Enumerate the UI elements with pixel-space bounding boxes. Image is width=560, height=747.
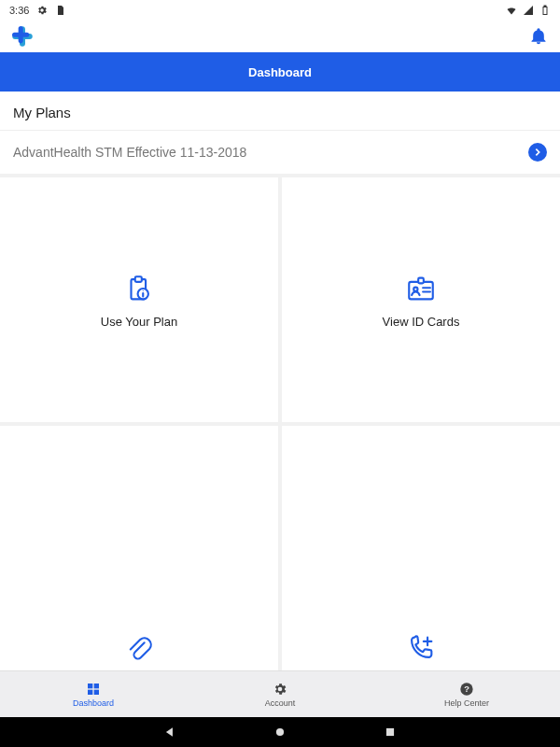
svg-rect-7 <box>409 281 433 298</box>
triangle-back-icon <box>163 726 176 739</box>
app-root: 3:36 <box>0 0 560 747</box>
sim-card-icon <box>55 5 66 16</box>
gear-icon <box>273 682 287 697</box>
bottom-nav: Dashboard Account ? Help Center <box>0 670 560 717</box>
page-title-banner: Dashboard <box>0 52 560 92</box>
svg-rect-15 <box>94 684 99 688</box>
nav-dashboard[interactable]: Dashboard <box>37 682 149 708</box>
card-label: View ID Cards <box>383 315 460 329</box>
battery-icon <box>539 5 551 16</box>
use-your-plan-card[interactable]: Use Your Plan <box>0 177 278 422</box>
id-card-icon <box>404 272 438 305</box>
app-bar <box>0 21 560 52</box>
svg-point-9 <box>413 287 417 290</box>
plan-row[interactable]: AdvantHealth STM Effective 11-13-2018 <box>0 131 560 177</box>
home-button[interactable] <box>272 724 288 740</box>
card-label: Use Your Plan <box>101 315 177 329</box>
circle-home-icon <box>273 726 287 739</box>
svg-text:?: ? <box>464 684 469 694</box>
svg-rect-16 <box>88 689 92 694</box>
view-id-cards-card[interactable]: View ID Cards <box>282 177 560 422</box>
wifi-icon <box>506 5 517 16</box>
add-call-card[interactable] <box>282 426 560 670</box>
svg-rect-21 <box>386 728 394 736</box>
grid-icon <box>86 682 101 697</box>
svg-point-20 <box>276 728 284 736</box>
status-left: 3:36 <box>9 5 66 16</box>
status-time: 3:36 <box>9 5 29 16</box>
nav-label: Account <box>265 698 296 708</box>
cards-grid: Use Your Plan View ID Cards <box>0 177 560 670</box>
svg-rect-17 <box>94 689 99 694</box>
status-bar: 3:36 <box>0 0 560 21</box>
nav-account[interactable]: Account <box>224 682 336 708</box>
notifications-button[interactable] <box>528 26 549 47</box>
svg-point-6 <box>143 289 144 290</box>
settings-gear-icon <box>36 5 48 16</box>
page-title: Dashboard <box>248 65 312 79</box>
svg-rect-8 <box>418 277 424 283</box>
bell-icon <box>529 27 548 46</box>
android-softkeys <box>0 717 560 747</box>
svg-rect-1 <box>544 6 546 7</box>
clipboard-info-icon <box>122 272 156 305</box>
svg-rect-3 <box>135 276 142 282</box>
attachments-card[interactable] <box>0 426 278 670</box>
paperclip-icon <box>122 631 156 665</box>
nav-help[interactable]: ? Help Center <box>411 682 523 708</box>
square-recents-icon <box>384 726 397 739</box>
chevron-right-icon <box>533 148 542 157</box>
svg-rect-14 <box>88 684 92 688</box>
help-icon: ? <box>459 682 474 697</box>
section-title: My Plans <box>0 92 560 131</box>
plan-name: AdvantHealth STM Effective 11-13-2018 <box>13 145 246 160</box>
cell-signal-icon <box>523 5 534 16</box>
app-logo-icon <box>11 25 34 48</box>
back-button[interactable] <box>161 724 178 740</box>
status-right <box>506 5 551 16</box>
svg-rect-0 <box>543 7 547 15</box>
nav-label: Help Center <box>444 698 489 708</box>
nav-label: Dashboard <box>73 698 114 708</box>
recents-button[interactable] <box>382 724 399 740</box>
plan-chevron <box>528 143 547 162</box>
phone-plus-icon <box>404 631 438 665</box>
